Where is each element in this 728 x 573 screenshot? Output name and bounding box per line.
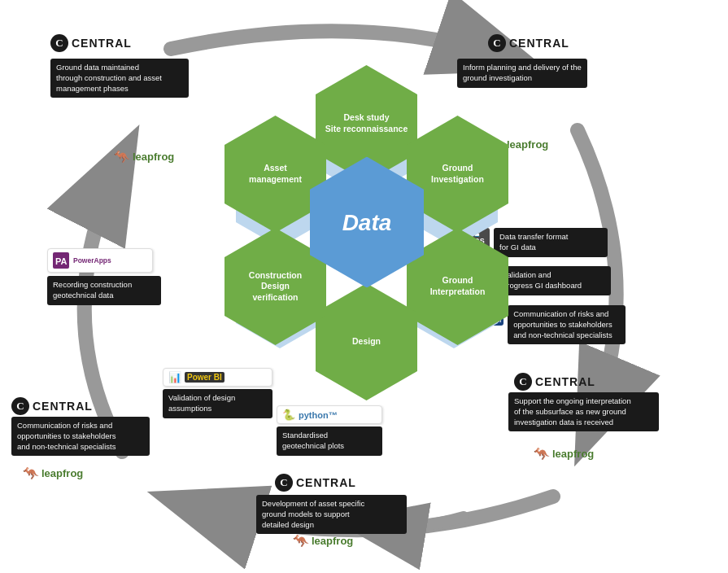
central-logo-top-left: C CENTRAL (50, 34, 132, 52)
python-label-box: Standardisedgeotechnical plots (277, 426, 382, 456)
central-logo-top-right: C CENTRAL (488, 34, 569, 52)
powerbi2-badge: 📊 Power BI (163, 368, 272, 387)
ags-label-box: Data transfer formatfor GI data (494, 228, 608, 257)
central-c-icon-br: C (514, 373, 532, 391)
leapfrog-icon-br: 🦘 (534, 446, 550, 461)
powerapps-area: PA PowerApps Recording constructiongeote… (47, 248, 161, 302)
leapfrog-top-left: 🦘 leapfrog (114, 149, 174, 164)
label-bottom-center: Development of asset specificground mode… (256, 495, 407, 534)
leapfrog-icon-tl: 🦘 (114, 149, 130, 164)
holebase-label-box: Communication of risks and opportunities… (508, 305, 626, 344)
label-top-right: Inform planning and delivery of the grou… (457, 59, 587, 88)
central-text-bottom-right: CENTRAL (535, 375, 595, 388)
powerbi2-label: Power BI (185, 372, 225, 383)
label-bottom-left: Communication of risks andopportunities … (11, 417, 150, 456)
python-area: 🐍 python™ Standardisedgeotechnical plots (277, 405, 382, 453)
central-c-icon-bc: C (275, 474, 293, 492)
central-text-bottom-left: CENTRAL (33, 400, 93, 413)
central-c-icon: C (488, 34, 506, 52)
leapfrog-icon-bl: 🦘 (23, 466, 39, 481)
central-logo-bottom-left: C CENTRAL (11, 397, 93, 415)
svg-text:PA: PA (55, 256, 68, 266)
hex-design: Design (316, 283, 417, 400)
powerapps-label: PowerApps (73, 256, 111, 265)
central-text-top-right: CENTRAL (509, 37, 569, 50)
central-text-bottom-center: CENTRAL (296, 476, 356, 489)
powerbi2-label-box: Validation of designassumptions (163, 389, 272, 418)
python-label: python™ (299, 410, 338, 420)
powerapps-badge: PA PowerApps (47, 248, 153, 273)
powerbi2-icon: 📊 (168, 371, 181, 383)
python-icon: 🐍 (282, 409, 295, 421)
leapfrog-bottom-right: 🦘 leapfrog (534, 446, 594, 461)
center-label: Data (342, 209, 392, 235)
central-c-icon-bl: C (11, 397, 29, 415)
central-logo-bottom-right: C CENTRAL (514, 373, 595, 391)
powerbi-label-box: Validation andprogress GI dashboard (497, 266, 611, 295)
powerapps-label-box: Recording constructiongeotechnical data (47, 276, 161, 305)
leapfrog-bottom-center: 🦘 leapfrog (293, 533, 353, 549)
central-logo-bottom-center: C CENTRAL (275, 474, 356, 492)
central-text-top-left: CENTRAL (72, 37, 132, 50)
leapfrog-bottom-left: 🦘 leapfrog (23, 466, 83, 481)
label-top-left: Ground data maintainedthrough constructi… (50, 59, 189, 98)
powerapps-icon: PA (53, 252, 69, 269)
python-badge: 🐍 python™ (277, 405, 382, 424)
label-bottom-right: Support the ongoing interpretationof the… (508, 392, 659, 431)
central-c-icon-tl: C (50, 34, 68, 52)
leapfrog-icon-bc: 🦘 (293, 533, 309, 549)
powerbi2-area: 📊 Power BI Validation of designassumptio… (163, 368, 272, 416)
